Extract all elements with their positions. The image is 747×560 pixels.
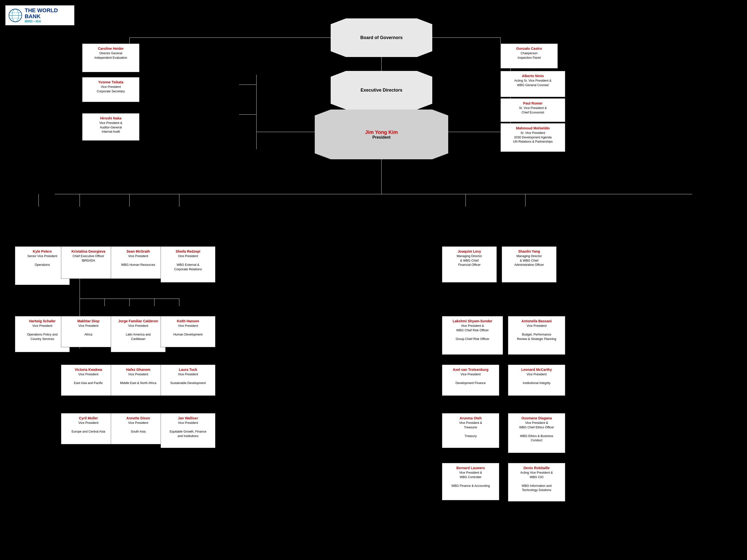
president-box: Jim Yong Kim President xyxy=(315,109,448,159)
laura-tuck-title: Vice PresidentSustainable Development xyxy=(163,372,213,385)
annette-dixon-name: Annette Dixon xyxy=(113,416,163,420)
card-cyril-muller: Cyril Muller Vice PresidentEurope and Ce… xyxy=(61,413,116,444)
card-jan-walliser: Jan Walliser Vice PresidentEquitable Gro… xyxy=(161,413,215,448)
card-joaquim-levy: Joaquim Levy Managing Director& WBG Chie… xyxy=(442,246,497,283)
hiroshi-naka-title: Vice President &Auditor-GeneralInternal … xyxy=(84,121,137,134)
lakshmi-shyam-sunder-name: Lakshmi Shyam-Sunder xyxy=(444,319,501,323)
board-of-governors-box: Board of Governors xyxy=(331,19,432,57)
yvonne-tsikata-name: Yvonne Tsikata xyxy=(84,80,137,84)
makhtar-diop-name: Makhtar Diop xyxy=(63,319,113,323)
keith-hansen-title: Vice PresidentHuman Development xyxy=(163,324,213,337)
card-victoria-kwakwa: Victoria Kwakwa Vice PresidentEast Asia … xyxy=(61,365,116,396)
caroline-heider-title: Director GeneralIndependent Evaluation xyxy=(84,51,137,60)
joaquim-levy-name: Joaquim Levy xyxy=(444,249,494,254)
card-yvonne-tsikata: Yvonne Tsikata Vice PresidentCorporate S… xyxy=(82,77,139,102)
keith-hansen-name: Keith Hansen xyxy=(163,319,213,323)
hafez-ghanem-name: Hafez Ghanem xyxy=(113,367,163,372)
board-of-governors-label: Board of Governors xyxy=(360,35,403,40)
sean-mcgrath-title: Vice PresidentWBG Human Resources xyxy=(113,254,163,267)
denis-robitaille-name: Denis Robitaille xyxy=(510,466,563,470)
card-axel-van-trotsenburg: Axel van Trotsenburg Vice PresidentDevel… xyxy=(442,365,499,396)
president-title: President xyxy=(372,135,391,140)
card-arunma-oteh: Arunma Oteh Vice President &TreasurerTre… xyxy=(442,413,499,448)
mahmoud-mohieldin-title: Sr. Vice President2030 Development Agend… xyxy=(503,131,563,144)
leonard-mccarthy-title: Vice PresidentInstitutional Integrity xyxy=(510,372,563,385)
card-paul-romer: Paul Romer Sr. Vice President &Chief Eco… xyxy=(500,98,565,122)
card-hiroshi-naka: Hiroshi Naka Vice President &Auditor-Gen… xyxy=(82,113,139,141)
card-keith-hansen: Keith Hansen Vice PresidentHuman Develop… xyxy=(161,316,215,347)
card-alberto-ninio: Alberto Ninio Acting Sr. Vice President … xyxy=(500,71,565,97)
laura-tuck-name: Laura Tuck xyxy=(163,367,213,372)
executive-directors-box: Executive Directors xyxy=(331,71,432,109)
card-hafez-ghanem: Hafez Ghanem Vice PresidentMiddle East &… xyxy=(111,365,165,396)
card-mahmoud-mohieldin: Mahmoud Mohieldin Sr. Vice President2030… xyxy=(500,123,565,152)
jorge-familiar-calderon-title: Vice PresidentLatin America andCaribbean xyxy=(113,324,163,341)
card-gonzalo-castro: Gonzalo Castro ChairpersonInspection Pan… xyxy=(500,44,558,69)
card-leonard-mccarthy: Leonard McCarthy Vice PresidentInstituti… xyxy=(508,365,565,396)
hartwig-schafer-title: Vice PresidentOperations Policy andCount… xyxy=(17,324,68,341)
sheila-redzepi-name: Sheila Redzepi xyxy=(163,249,213,254)
kristalina-georgieva-name: Kristalina Georgieva xyxy=(63,249,113,254)
bernard-lauwers-title: Vice President &WBG ControllerWBG Financ… xyxy=(444,471,497,488)
hartwig-schafer-name: Hartwig Schafer xyxy=(17,319,68,323)
caroline-heider-name: Caroline Heider xyxy=(84,46,137,51)
kyle-peters-title: Senior Vice PresidentOperations xyxy=(17,254,68,267)
paul-romer-title: Sr. Vice President &Chief Economist xyxy=(503,106,563,115)
kristalina-georgieva-title: Chief Executive OfficerIBRD/IDA xyxy=(63,254,113,263)
lakshmi-shyam-sunder-title: Vice President &WBG Chief Risk OfficerGr… xyxy=(444,324,501,341)
gonzalo-castro-name: Gonzalo Castro xyxy=(503,46,556,51)
victoria-kwakwa-title: Vice PresidentEast Asia and Pacific xyxy=(63,372,113,385)
bernard-lauwers-name: Bernard Lauwers xyxy=(444,466,497,470)
antonella-bassani-name: Antonella Bassani xyxy=(510,319,563,323)
ousmane-diagana-title: Vice President &WBG Chief Ethics Officer… xyxy=(510,421,563,443)
jan-walliser-title: Vice PresidentEquitable Growth, Financea… xyxy=(163,421,213,438)
makhtar-diop-title: Vice PresidentAfrica xyxy=(63,324,113,337)
card-annette-dixon: Annette Dixon Vice PresidentSouth Asia xyxy=(111,413,165,444)
denis-robitaille-title: Acting Vice President &WBG CIOWBG Inform… xyxy=(510,471,563,492)
card-denis-robitaille: Denis Robitaille Acting Vice President &… xyxy=(508,463,565,502)
arunma-oteh-name: Arunma Oteh xyxy=(444,416,497,420)
card-laura-tuck: Laura Tuck Vice PresidentSustainable Dev… xyxy=(161,365,215,396)
cyril-muller-name: Cyril Muller xyxy=(63,416,113,420)
shaolin-yang-name: Shaolin Yang xyxy=(504,249,554,254)
jan-walliser-name: Jan Walliser xyxy=(163,416,213,420)
arunma-oteh-title: Vice President &TreasurerTreasury xyxy=(444,421,497,438)
jorge-familiar-calderon-name: Jorge Familiar Calderon xyxy=(113,319,163,323)
card-makhtar-diop: Makhtar Diop Vice PresidentAfrica xyxy=(61,316,116,347)
cyril-muller-title: Vice PresidentEurope and Central Asia xyxy=(63,421,113,434)
hiroshi-naka-name: Hiroshi Naka xyxy=(84,116,137,121)
joaquim-levy-title: Managing Director& WBG ChiefFinancial Of… xyxy=(444,254,494,267)
axel-van-trotsenburg-title: Vice PresidentDevelopment Finance xyxy=(444,372,497,385)
world-bank-globe-icon xyxy=(8,8,22,23)
sean-mcgrath-name: Sean McGrath xyxy=(113,249,163,254)
card-caroline-heider: Caroline Heider Director GeneralIndepend… xyxy=(82,44,139,72)
antonella-bassani-title: Vice PresidentBudget, PerformanceReview … xyxy=(510,324,563,341)
card-shaolin-yang: Shaolin Yang Managing Director& WBG Chie… xyxy=(502,246,557,283)
victoria-kwakwa-name: Victoria Kwakwa xyxy=(63,367,113,372)
ousmane-diagana-name: Ousmane Diagana xyxy=(510,416,563,420)
yvonne-tsikata-title: Vice PresidentCorporate Secretary xyxy=(84,85,137,94)
paul-romer-name: Paul Romer xyxy=(503,101,563,106)
sheila-redzepi-title: Vice PresidentWBG External &Corporate Re… xyxy=(163,254,213,271)
hafez-ghanem-title: Vice PresidentMiddle East & North Africa xyxy=(113,372,163,385)
alberto-ninio-name: Alberto Ninio xyxy=(503,74,563,78)
card-kristalina-georgieva: Kristalina Georgieva Chief Executive Off… xyxy=(61,246,116,279)
axel-van-trotsenburg-name: Axel van Trotsenburg xyxy=(444,367,497,372)
card-antonella-bassani: Antonella Bassani Vice PresidentBudget, … xyxy=(508,316,565,355)
card-ousmane-diagana: Ousmane Diagana Vice President &WBG Chie… xyxy=(508,413,565,453)
card-bernard-lauwers: Bernard Lauwers Vice President &WBG Cont… xyxy=(442,463,499,500)
shaolin-yang-title: Managing Director& WBG ChiefAdministrati… xyxy=(504,254,554,267)
card-sean-mcgrath: Sean McGrath Vice PresidentWBG Human Res… xyxy=(111,246,165,279)
card-sheila-redzepi: Sheila Redzepi Vice PresidentWBG Externa… xyxy=(161,246,215,283)
card-jorge-familiar-calderon: Jorge Familiar Calderon Vice PresidentLa… xyxy=(111,316,165,352)
president-name: Jim Yong Kim xyxy=(365,129,398,135)
kyle-peters-name: Kyle Peters xyxy=(17,249,68,254)
logo: THE WORLD BANK IBRD • IDA xyxy=(5,5,75,26)
leonard-mccarthy-name: Leonard McCarthy xyxy=(510,367,563,372)
logo-title: THE WORLD BANK xyxy=(25,7,71,20)
executive-directors-label: Executive Directors xyxy=(361,88,403,93)
annette-dixon-title: Vice PresidentSouth Asia xyxy=(113,421,163,434)
mahmoud-mohieldin-name: Mahmoud Mohieldin xyxy=(503,126,563,130)
alberto-ninio-title: Acting Sr. Vice President &WBG General C… xyxy=(503,79,563,87)
logo-subtitle: IBRD • IDA xyxy=(25,20,71,23)
